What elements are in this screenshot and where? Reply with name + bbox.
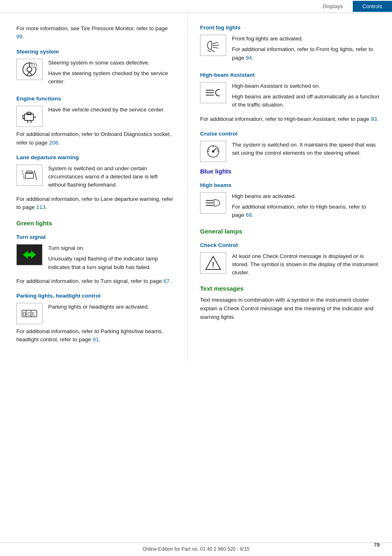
high-beam-assistant-heading: High-beam Assistant xyxy=(200,72,380,78)
svg-rect-16 xyxy=(27,171,32,173)
parking-lights-icon-box: D C E xyxy=(16,303,42,324)
svg-line-17 xyxy=(22,170,24,180)
content-area: For more information, see Tire Pressure … xyxy=(0,13,392,361)
parking-lights-additional: For additional information, refer to Par… xyxy=(16,327,175,344)
lane-departure-block: System is switched on and under certain … xyxy=(16,165,175,211)
general-lamps-heading: General lamps xyxy=(200,228,380,235)
cruise-control-icon xyxy=(204,143,222,160)
steering-warning-icon: ! xyxy=(20,61,38,78)
high-beam-assistant-block: High-beam Assistant is switched on. High… xyxy=(200,82,380,123)
tab-controls[interactable]: Controls xyxy=(353,1,392,12)
parking-lights-link[interactable]: 91 xyxy=(93,336,99,342)
svg-text:D: D xyxy=(23,311,26,316)
svg-line-36 xyxy=(217,149,218,150)
turn-signal-desc: Turn signal on. Unusually rapid flashing… xyxy=(48,244,175,274)
check-control-block: ! At least one Check Control message is … xyxy=(200,252,380,280)
engine-functions-block: Have the vehicle checked by the service … xyxy=(16,106,175,147)
check-control-heading: Check Control xyxy=(200,242,380,248)
engine-functions-heading: Engine functions xyxy=(16,96,175,102)
turn-signal-icon-box xyxy=(16,244,42,265)
high-beams-heading: High beams xyxy=(200,182,380,188)
green-lights-heading: Green lights xyxy=(16,220,175,227)
check-control-icon: ! xyxy=(204,255,222,271)
lane-departure-heading: Lane departure warning xyxy=(16,154,175,160)
high-beam-assistant-additional: For additional information, refer to Hig… xyxy=(200,115,380,123)
engine-icon-box xyxy=(16,106,42,127)
high-beams-icon xyxy=(204,195,222,211)
svg-line-3 xyxy=(27,72,29,75)
svg-line-34 xyxy=(213,148,216,151)
lane-departure-icon-box xyxy=(16,165,42,186)
lane-departure-desc: System is switched on and under certain … xyxy=(48,165,175,192)
engine-additional: For additional information, refer to Onb… xyxy=(16,130,175,147)
lane-departure-link[interactable]: 113 xyxy=(36,204,46,210)
high-beams-desc: High beams are activated. For additional… xyxy=(232,192,380,222)
check-control-icon-box: ! xyxy=(200,252,226,274)
svg-marker-19 xyxy=(23,251,36,259)
cruise-control-heading: Cruise control xyxy=(200,131,380,137)
svg-line-18 xyxy=(34,170,37,180)
page-header: Displays Controls xyxy=(0,0,392,13)
high-beams-icon-box xyxy=(200,192,226,214)
svg-point-1 xyxy=(27,67,32,72)
steering-system-heading: Steering system xyxy=(16,49,175,55)
intro-paragraph: For more information, see Tire Pressure … xyxy=(16,24,175,41)
lane-departure-additional: For additional information, refer to Lan… xyxy=(16,195,175,212)
page-number: 79 xyxy=(374,542,380,548)
steering-icon-box: ! xyxy=(16,59,42,80)
high-beams-block: High beams are activated. For additional… xyxy=(200,192,380,222)
engine-desc: Have the vehicle checked by the service … xyxy=(48,106,175,116)
text-messages-heading: Text messages xyxy=(200,285,380,292)
front-fog-icon xyxy=(204,37,222,53)
right-column: Front fog lights Front fo xyxy=(188,13,392,361)
parking-lights-desc: Parking lights or headlights are activat… xyxy=(48,303,175,314)
svg-line-39 xyxy=(208,149,209,150)
parking-lights-block: D C E Parking lights or headlights are a… xyxy=(16,303,175,344)
svg-line-4 xyxy=(29,72,32,75)
lane-departure-icon xyxy=(20,167,38,183)
turn-signal-heading: Turn signal xyxy=(16,234,175,240)
front-fog-icon-box xyxy=(200,35,226,56)
footer: Online Edition for Part no. 01 40 2 960 … xyxy=(0,543,392,552)
svg-line-26 xyxy=(212,42,218,44)
front-fog-lights-block: Front fog lights are activated. For addi… xyxy=(200,35,380,64)
check-control-desc: At least one Check Control message is di… xyxy=(232,252,380,280)
cruise-control-block: The system is switched on. It maintains … xyxy=(200,141,380,162)
text-messages-desc: Text messages in combination with a symb… xyxy=(200,296,380,322)
turn-signal-link[interactable]: 67 xyxy=(163,278,169,284)
turn-signal-block: Turn signal on. Unusually rapid flashing… xyxy=(16,244,175,285)
steering-system-block: ! Steering system in some cases defectiv… xyxy=(16,59,175,89)
intro-link[interactable]: 99 xyxy=(16,33,22,40)
footer-text: Online Edition for Part no. 01 40 2 960 … xyxy=(143,546,249,552)
high-beam-assistant-icon xyxy=(204,85,222,101)
front-fog-link[interactable]: 94 xyxy=(246,55,252,61)
left-column: For more information, see Tire Pressure … xyxy=(0,13,188,361)
engine-icon xyxy=(20,108,38,125)
engine-link[interactable]: 206 xyxy=(49,140,58,146)
svg-text:!: ! xyxy=(33,63,35,68)
front-fog-desc: Front fog lights are activated. For addi… xyxy=(232,35,380,64)
cruise-control-icon-box xyxy=(200,141,226,162)
steering-desc: Steering system in some cases defective.… xyxy=(48,59,175,89)
high-beam-assistant-desc: High-beam Assistant is switched on. High… xyxy=(232,82,380,112)
parking-lights-heading: Parking lights, headlight control xyxy=(16,293,175,299)
svg-text:C: C xyxy=(27,311,31,316)
cruise-control-desc: The system is switched on. It maintains … xyxy=(232,141,380,160)
turn-signal-icon xyxy=(20,247,38,263)
turn-signal-additional: For additional information, refer to Tur… xyxy=(16,277,175,285)
high-beam-assistant-icon-box xyxy=(200,82,226,103)
high-beams-link[interactable]: 68 xyxy=(246,212,252,218)
svg-text:!: ! xyxy=(212,261,214,269)
svg-text:E: E xyxy=(32,311,35,316)
blue-lights-heading: Blue lights xyxy=(200,168,380,175)
parking-lights-icon: D C E xyxy=(20,305,38,322)
svg-line-28 xyxy=(212,47,218,48)
high-beam-assistant-link[interactable]: 93 xyxy=(371,116,377,122)
tab-displays[interactable]: Displays xyxy=(313,1,352,12)
front-fog-lights-heading: Front fog lights xyxy=(200,24,380,31)
